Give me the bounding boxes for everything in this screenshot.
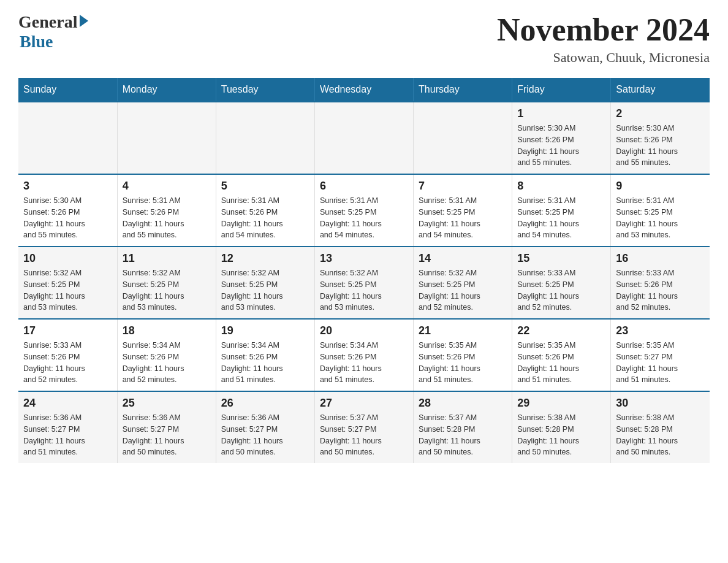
title-section: November 2024 Satowan, Chuuk, Micronesia [497,12,710,66]
calendar-week-row: 24Sunrise: 5:36 AM Sunset: 5:27 PM Dayli… [18,391,710,463]
calendar-cell [18,102,117,174]
calendar-cell: 24Sunrise: 5:36 AM Sunset: 5:27 PM Dayli… [18,391,117,463]
calendar-cell: 11Sunrise: 5:32 AM Sunset: 5:25 PM Dayli… [117,247,216,319]
calendar-cell: 19Sunrise: 5:34 AM Sunset: 5:26 PM Dayli… [216,319,314,391]
day-info: Sunrise: 5:35 AM Sunset: 5:26 PM Dayligh… [517,340,605,386]
calendar-cell [216,102,314,174]
day-number: 10 [23,252,112,265]
calendar-cell: 5Sunrise: 5:31 AM Sunset: 5:26 PM Daylig… [216,174,314,247]
day-number: 13 [320,252,408,265]
calendar-cell: 17Sunrise: 5:33 AM Sunset: 5:26 PM Dayli… [18,319,117,391]
day-number: 15 [517,252,605,265]
calendar-cell: 16Sunrise: 5:33 AM Sunset: 5:26 PM Dayli… [611,247,710,319]
calendar-cell: 15Sunrise: 5:33 AM Sunset: 5:25 PM Dayli… [512,247,611,319]
day-number: 1 [517,107,605,120]
weekday-header-wednesday: Wednesday [314,78,413,102]
day-info: Sunrise: 5:31 AM Sunset: 5:25 PM Dayligh… [517,195,605,241]
day-number: 7 [419,180,507,193]
day-number: 17 [23,324,112,337]
calendar-cell: 12Sunrise: 5:32 AM Sunset: 5:25 PM Dayli… [216,247,314,319]
day-info: Sunrise: 5:38 AM Sunset: 5:28 PM Dayligh… [616,412,705,458]
day-number: 11 [123,252,211,265]
day-number: 3 [23,180,112,193]
day-info: Sunrise: 5:30 AM Sunset: 5:26 PM Dayligh… [517,123,605,169]
calendar-cell: 28Sunrise: 5:37 AM Sunset: 5:28 PM Dayli… [414,391,512,463]
day-number: 28 [419,397,507,410]
logo-general-text: General [18,12,77,32]
day-number: 2 [616,107,705,120]
day-number: 14 [419,252,507,265]
day-info: Sunrise: 5:36 AM Sunset: 5:27 PM Dayligh… [23,412,112,458]
calendar-cell: 29Sunrise: 5:38 AM Sunset: 5:28 PM Dayli… [512,391,611,463]
day-number: 21 [419,324,507,337]
day-info: Sunrise: 5:35 AM Sunset: 5:27 PM Dayligh… [616,340,705,386]
day-info: Sunrise: 5:36 AM Sunset: 5:27 PM Dayligh… [123,412,211,458]
day-info: Sunrise: 5:33 AM Sunset: 5:26 PM Dayligh… [23,340,112,386]
calendar-week-row: 10Sunrise: 5:32 AM Sunset: 5:25 PM Dayli… [18,247,710,319]
calendar-cell: 30Sunrise: 5:38 AM Sunset: 5:28 PM Dayli… [611,391,710,463]
day-info: Sunrise: 5:31 AM Sunset: 5:26 PM Dayligh… [221,195,309,241]
day-number: 30 [616,397,705,410]
subtitle: Satowan, Chuuk, Micronesia [497,50,710,66]
day-number: 26 [221,397,309,410]
day-info: Sunrise: 5:31 AM Sunset: 5:25 PM Dayligh… [320,195,408,241]
day-info: Sunrise: 5:32 AM Sunset: 5:25 PM Dayligh… [123,267,211,313]
day-info: Sunrise: 5:37 AM Sunset: 5:27 PM Dayligh… [320,412,408,458]
calendar-cell: 4Sunrise: 5:31 AM Sunset: 5:26 PM Daylig… [117,174,216,247]
weekday-header-sunday: Sunday [18,78,117,102]
day-info: Sunrise: 5:30 AM Sunset: 5:26 PM Dayligh… [23,195,112,241]
calendar-cell: 25Sunrise: 5:36 AM Sunset: 5:27 PM Dayli… [117,391,216,463]
day-number: 5 [221,180,309,193]
calendar-week-row: 17Sunrise: 5:33 AM Sunset: 5:26 PM Dayli… [18,319,710,391]
day-info: Sunrise: 5:34 AM Sunset: 5:26 PM Dayligh… [320,340,408,386]
day-info: Sunrise: 5:32 AM Sunset: 5:25 PM Dayligh… [419,267,507,313]
day-number: 4 [123,180,211,193]
calendar-cell: 13Sunrise: 5:32 AM Sunset: 5:25 PM Dayli… [314,247,413,319]
day-info: Sunrise: 5:32 AM Sunset: 5:25 PM Dayligh… [23,267,112,313]
day-number: 23 [616,324,705,337]
day-number: 18 [123,324,211,337]
calendar-cell: 21Sunrise: 5:35 AM Sunset: 5:26 PM Dayli… [414,319,512,391]
calendar-table: SundayMondayTuesdayWednesdayThursdayFrid… [18,78,710,463]
logo-arrow-icon [80,15,88,27]
day-number: 24 [23,397,112,410]
day-info: Sunrise: 5:36 AM Sunset: 5:27 PM Dayligh… [221,412,309,458]
day-number: 20 [320,324,408,337]
day-number: 25 [123,397,211,410]
day-info: Sunrise: 5:38 AM Sunset: 5:28 PM Dayligh… [517,412,605,458]
weekday-header-saturday: Saturday [611,78,710,102]
calendar-cell: 2Sunrise: 5:30 AM Sunset: 5:26 PM Daylig… [611,102,710,174]
day-info: Sunrise: 5:31 AM Sunset: 5:25 PM Dayligh… [419,195,507,241]
calendar-cell: 22Sunrise: 5:35 AM Sunset: 5:26 PM Dayli… [512,319,611,391]
day-info: Sunrise: 5:37 AM Sunset: 5:28 PM Dayligh… [419,412,507,458]
day-info: Sunrise: 5:31 AM Sunset: 5:26 PM Dayligh… [123,195,211,241]
logo-blue-text: Blue [20,32,53,52]
calendar-cell: 1Sunrise: 5:30 AM Sunset: 5:26 PM Daylig… [512,102,611,174]
day-info: Sunrise: 5:31 AM Sunset: 5:25 PM Dayligh… [616,195,705,241]
calendar-cell: 9Sunrise: 5:31 AM Sunset: 5:25 PM Daylig… [611,174,710,247]
calendar-cell: 10Sunrise: 5:32 AM Sunset: 5:25 PM Dayli… [18,247,117,319]
day-info: Sunrise: 5:35 AM Sunset: 5:26 PM Dayligh… [419,340,507,386]
day-info: Sunrise: 5:34 AM Sunset: 5:26 PM Dayligh… [123,340,211,386]
page-header: General Blue November 2024 Satowan, Chuu… [18,12,710,66]
calendar-cell: 27Sunrise: 5:37 AM Sunset: 5:27 PM Dayli… [314,391,413,463]
calendar-cell: 7Sunrise: 5:31 AM Sunset: 5:25 PM Daylig… [414,174,512,247]
day-info: Sunrise: 5:32 AM Sunset: 5:25 PM Dayligh… [221,267,309,313]
weekday-header-friday: Friday [512,78,611,102]
calendar-week-row: 1Sunrise: 5:30 AM Sunset: 5:26 PM Daylig… [18,102,710,174]
day-number: 16 [616,252,705,265]
weekday-header-monday: Monday [117,78,216,102]
calendar-week-row: 3Sunrise: 5:30 AM Sunset: 5:26 PM Daylig… [18,174,710,247]
day-info: Sunrise: 5:30 AM Sunset: 5:26 PM Dayligh… [616,123,705,169]
calendar-cell [117,102,216,174]
weekday-header-thursday: Thursday [414,78,512,102]
day-number: 9 [616,180,705,193]
calendar-cell: 26Sunrise: 5:36 AM Sunset: 5:27 PM Dayli… [216,391,314,463]
day-info: Sunrise: 5:34 AM Sunset: 5:26 PM Dayligh… [221,340,309,386]
weekday-header-row: SundayMondayTuesdayWednesdayThursdayFrid… [18,78,710,102]
calendar-cell: 8Sunrise: 5:31 AM Sunset: 5:25 PM Daylig… [512,174,611,247]
calendar-cell: 3Sunrise: 5:30 AM Sunset: 5:26 PM Daylig… [18,174,117,247]
day-number: 27 [320,397,408,410]
calendar-cell: 18Sunrise: 5:34 AM Sunset: 5:26 PM Dayli… [117,319,216,391]
day-info: Sunrise: 5:33 AM Sunset: 5:26 PM Dayligh… [616,267,705,313]
